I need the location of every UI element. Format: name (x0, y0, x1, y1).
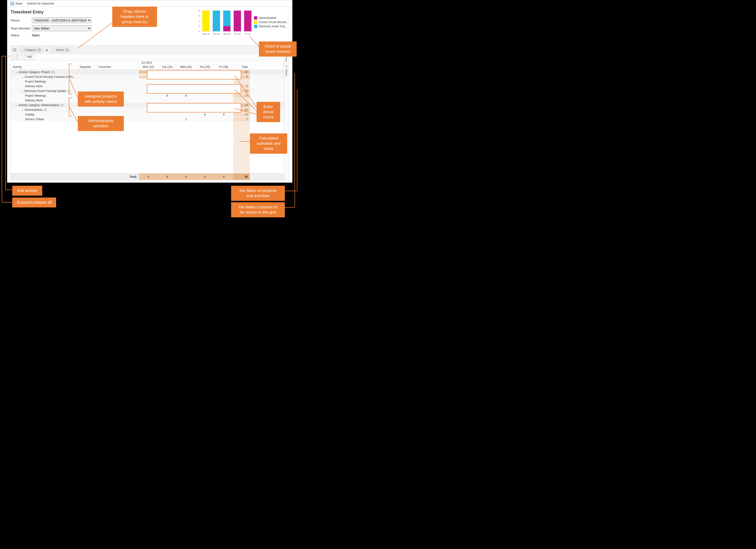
drag-dots-icon: ⋮⋮ (53, 49, 55, 51)
table-row[interactable]: Project Meetings8614 (11, 93, 284, 98)
svg-text:4: 4 (199, 20, 200, 22)
footer-day-tue: 8 (158, 174, 177, 180)
col-disputed[interactable]: Disputed (78, 60, 96, 70)
add-activity-button[interactable]: Add (24, 55, 34, 60)
table-row[interactable]: ⌄Activity Category: Administrative (2)28… (11, 103, 284, 108)
activity-label: Activity Category: Administrative (18, 104, 59, 107)
group-chip-name[interactable]: ⋮⋮ Name ✕ (50, 47, 71, 53)
callout-columns: De-/select columns to be shown in the gr… (231, 202, 285, 217)
chevron-down-icon[interactable]: ⌄ (15, 104, 17, 107)
hours-cell[interactable]: 8 (195, 113, 214, 116)
activity-cell[interactable]: ⌄Administrative (2) (11, 108, 78, 112)
footer-day-mon: 8 (139, 174, 158, 180)
period-label: Period (11, 19, 32, 22)
activity-label: Delivery Work (25, 99, 42, 102)
legend-swatch (254, 16, 257, 20)
activity-label: Service Tickets (25, 118, 44, 121)
svg-text:6: 6 (199, 15, 200, 17)
legend-swatch (254, 21, 257, 24)
table-row[interactable]: ⌄Closed Circuit Security Cameras in Park… (11, 75, 284, 79)
activity-label: Electronic Asset Tracking Update (25, 89, 66, 93)
table-row[interactable]: Delivery Work (11, 98, 284, 103)
table-row[interactable]: Holiday8816 (11, 112, 284, 117)
collapse-all-button[interactable]: − (17, 55, 23, 60)
status-value: Open (32, 33, 40, 37)
hours-cell: 2 (177, 104, 195, 107)
svg-rect-15 (223, 11, 230, 26)
hours-cell: 8 (139, 75, 158, 79)
col-comment[interactable]: Comment (96, 60, 139, 70)
hours-cell: 8 (139, 71, 158, 74)
grouping-bar[interactable]: ⋮⋮ Category ✕ ▶ ⋮⋮ Name ✕ (11, 46, 284, 54)
activity-cell[interactable]: Service Tickets (11, 118, 78, 121)
activity-cell[interactable]: Delivery Work (11, 99, 78, 102)
hours-cell: 8 (158, 71, 177, 74)
col-activity[interactable]: Activity (11, 60, 78, 70)
submit-button[interactable]: Submit for Approval (27, 2, 54, 5)
group-separator-icon: ▶ (46, 48, 48, 52)
svg-text:2: 2 (199, 25, 200, 27)
remove-group-icon[interactable]: ✕ (65, 48, 69, 52)
group-chip-category-label: Category (25, 48, 36, 52)
grid-footer: Total: 8 8 8 8 8 40 (11, 173, 284, 180)
group-chip-category[interactable]: ⋮⋮ Category ✕ (19, 47, 44, 53)
table-row[interactable]: ⌄Activity Category: Project (4)88622 (11, 70, 284, 75)
save-icon (11, 2, 14, 5)
hours-cell[interactable]: 2 (177, 118, 195, 121)
timesheet-grid: ⋮⋮ Category ✕ ▶ ⋮⋮ Name ✕ + − Add Jul 20… (11, 46, 284, 180)
expand-all-button[interactable]: + (12, 55, 17, 60)
grid-right-rail: ▥ Columns ▽ Filters (284, 46, 289, 180)
legend-label: Electronic Asset Track… (259, 25, 289, 28)
row-total-cell: 2 (233, 118, 250, 121)
activity-cell[interactable]: Delivery Work (11, 85, 78, 88)
chart-legend: AdministrativeClosed Circuit Securit…Ele… (254, 10, 289, 40)
table-row[interactable]: ⌄Electronic Asset Tracking Update (2)861… (11, 89, 284, 93)
hours-cell[interactable]: 8 (158, 94, 177, 97)
callout-projects: Assigned projects with activity row(s) (78, 92, 124, 107)
footer-day-thu: 8 (195, 174, 214, 180)
row-total-cell: 14 (233, 89, 250, 93)
filter-icon: ▽ (285, 65, 287, 68)
filters-panel-button[interactable]: ▽ Filters (285, 65, 288, 76)
team-member-select[interactable]: Alex Wilber (32, 25, 91, 31)
drag-dots-icon: ⋮⋮ (21, 49, 23, 51)
chevron-down-icon[interactable]: ⌄ (21, 108, 24, 112)
activity-cell[interactable]: Project Meetings (11, 80, 78, 83)
svg-rect-12 (213, 11, 220, 31)
hours-cell[interactable]: 6 (177, 94, 195, 97)
legend-item: Closed Circuit Securit… (254, 21, 289, 24)
activity-cell[interactable]: ⌄Activity Category: Project (4) (11, 71, 78, 74)
group-count: (4) (50, 71, 55, 74)
hours-cell: 8 (214, 108, 233, 112)
hours-cell[interactable]: 8 (139, 85, 158, 88)
grid-body: Jul 2024 Activity Disputed Comment Mon (… (11, 60, 284, 173)
table-row[interactable]: Service Tickets22 (11, 117, 284, 122)
activity-cell[interactable]: Project Meetings (11, 94, 78, 97)
hours-cell[interactable]: 8 (214, 113, 233, 116)
chevron-down-icon[interactable]: ⌄ (21, 75, 24, 79)
activity-cell[interactable]: ⌄Electronic Asset Tracking Update (2) (11, 89, 78, 93)
chevron-down-icon[interactable]: ⌄ (15, 71, 17, 74)
legend-item: Administrative (254, 16, 289, 20)
row-total-cell: 18 (233, 104, 250, 107)
table-row[interactable]: Delivery Work88 (11, 84, 284, 89)
hours-chart: 02468Mon 22Tue 23Wed 24Thu 25Fri 26 Admi… (195, 10, 289, 40)
activity-cell[interactable]: ⌄Activity Category: Administrative (2) (11, 104, 78, 107)
submit-label: Submit for Approval (27, 2, 54, 5)
svg-rect-10 (202, 11, 210, 31)
svg-text:Fri 26: Fri 26 (245, 33, 250, 35)
callout-drag-group: Drag column headers here to group rows b… (112, 7, 157, 27)
remove-group-icon[interactable]: ✕ (38, 48, 41, 52)
activity-cell[interactable]: ⌄Closed Circuit Security Cameras in Park… (11, 75, 78, 79)
table-row[interactable]: Project Meetings (11, 79, 284, 84)
svg-rect-19 (244, 11, 251, 31)
app-toolbar: Save Submit for Approval (7, 0, 292, 7)
row-total-cell: 22 (233, 71, 250, 74)
legend-item: Electronic Asset Track… (254, 25, 289, 28)
chevron-down-icon[interactable]: ⌄ (21, 89, 24, 93)
group-list-icon (13, 49, 17, 51)
activity-cell[interactable]: Holiday (11, 113, 78, 116)
table-row[interactable]: ⌄Administrative (2)28818 (11, 108, 284, 112)
save-button[interactable]: Save (11, 2, 22, 5)
period-select[interactable]: TS2024/30 - 22/07/2024 to 28/07/2024 (32, 17, 91, 23)
